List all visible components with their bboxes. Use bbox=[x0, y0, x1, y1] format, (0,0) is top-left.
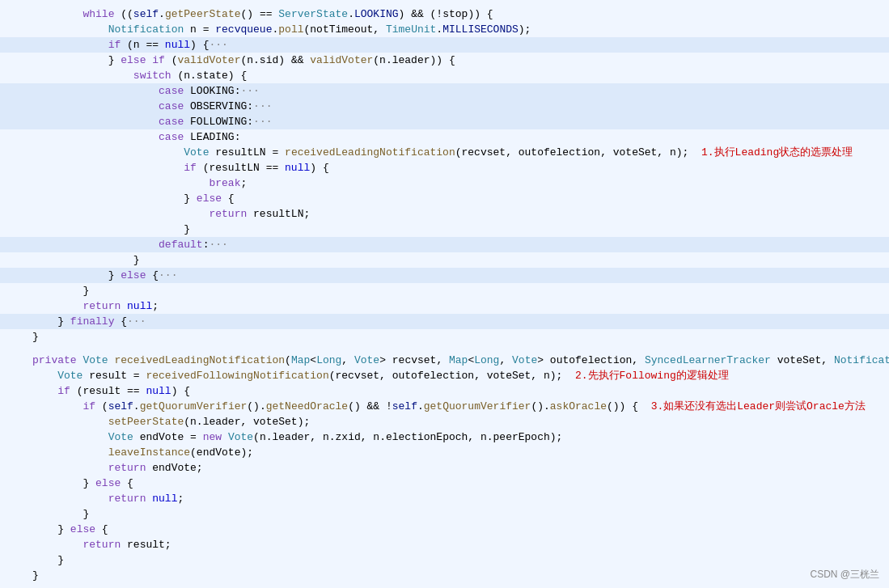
token: ··· bbox=[240, 85, 259, 97]
token: > outofelection, bbox=[537, 354, 645, 366]
token: Vote bbox=[228, 431, 253, 443]
token: Notification bbox=[108, 23, 184, 36]
token: { bbox=[146, 269, 159, 281]
line-content: while ((self.getPeerState() == ServerSta… bbox=[0, 6, 883, 22]
token: endVote = bbox=[133, 431, 203, 443]
table-row: if (self.getQuorumVerifier().getNeedOrac… bbox=[0, 399, 889, 414]
token: FOLLOWING: bbox=[184, 116, 253, 128]
token: return bbox=[83, 300, 121, 312]
token: return bbox=[108, 493, 146, 505]
token: () && ! bbox=[348, 400, 392, 412]
code-container: while ((self.getPeerState() == ServerSta… bbox=[0, 0, 889, 588]
table-row: return endVote; bbox=[0, 460, 889, 476]
table-row: Vote result = receivedFollowingNotificat… bbox=[0, 368, 889, 383]
token: receivedFollowingNotification bbox=[146, 370, 328, 382]
line-content: if (n == null) {··· bbox=[0, 37, 883, 53]
token: (n.leader, voteSet); bbox=[184, 416, 310, 428]
token: ; bbox=[152, 300, 159, 312]
token: ) && (!stop)) { bbox=[399, 8, 493, 20]
line-content: } bbox=[0, 283, 883, 298]
token: > recvset, bbox=[379, 354, 449, 366]
line-content: } else { bbox=[0, 522, 883, 537]
token: ( bbox=[165, 54, 178, 66]
token: OBSERVING: bbox=[184, 100, 253, 112]
line-content: } bbox=[0, 506, 883, 522]
token: new bbox=[203, 431, 222, 443]
line-content: break; bbox=[0, 176, 883, 191]
token: } bbox=[184, 223, 190, 235]
token: if bbox=[83, 400, 95, 412]
line-content: } else {··· bbox=[0, 268, 883, 283]
token: else bbox=[121, 269, 146, 281]
token: break bbox=[209, 177, 240, 189]
table-row: case FOLLOWING:··· bbox=[0, 114, 889, 129]
code-section-1: while ((self.getPeerState() == ServerSta… bbox=[0, 6, 889, 345]
token: Vote bbox=[108, 431, 133, 443]
token: LEADING: bbox=[184, 131, 240, 143]
token: Long bbox=[474, 354, 499, 366]
table-row: } bbox=[0, 283, 889, 298]
line-content: leaveInstance(endVote); bbox=[0, 445, 883, 460]
token: ; bbox=[177, 493, 184, 505]
token: default bbox=[159, 239, 203, 251]
line-content: Vote result = receivedFollowingNotificat… bbox=[0, 368, 883, 383]
token: null bbox=[152, 493, 177, 505]
token bbox=[222, 431, 228, 443]
token: self bbox=[133, 8, 159, 20]
line-content: if (self.getQuorumVerifier().getNeedOrac… bbox=[0, 399, 883, 414]
token: Vote bbox=[57, 370, 83, 382]
table-row: return resultLN; bbox=[0, 206, 889, 222]
token: SyncedLearnerTracker bbox=[645, 354, 771, 366]
token: if bbox=[184, 162, 197, 174]
table-row: break; bbox=[0, 176, 889, 191]
token: else bbox=[95, 477, 121, 489]
token: self bbox=[108, 400, 133, 412]
token: } bbox=[184, 192, 197, 205]
token: getQuorumVerifier bbox=[140, 400, 248, 412]
table-row: } bbox=[0, 222, 889, 237]
line-content: } else if (validVoter(n.sid) && validVot… bbox=[0, 53, 883, 68]
token: (n.leader)) { bbox=[373, 54, 455, 66]
token: (result == bbox=[70, 385, 146, 397]
token: null bbox=[165, 39, 190, 51]
token: ); bbox=[519, 23, 531, 36]
token: Long bbox=[316, 354, 341, 366]
token: ServerState bbox=[278, 8, 348, 20]
line-content: return null; bbox=[0, 491, 883, 506]
token: validVoter bbox=[310, 54, 373, 66]
token: case bbox=[159, 100, 184, 112]
table-row: } bbox=[0, 506, 889, 522]
table-row: } else if (validVoter(n.sid) && validVot… bbox=[0, 53, 889, 68]
token: { bbox=[222, 192, 235, 205]
token: validVoter bbox=[177, 54, 240, 66]
watermark: CSDN @三桄兰 bbox=[810, 568, 879, 582]
table-row: if (resultLN == null) { bbox=[0, 160, 889, 176]
line-content: return resultLN; bbox=[0, 206, 883, 222]
table-row: } bbox=[0, 568, 889, 583]
token: { bbox=[95, 523, 108, 535]
token: < bbox=[310, 354, 316, 366]
line-content: } bbox=[0, 222, 883, 237]
line-content: Notification n = recvqueue.poll(notTimeo… bbox=[0, 22, 883, 37]
token: null bbox=[285, 162, 310, 174]
line-content: case OBSERVING:··· bbox=[0, 99, 883, 114]
table-row: case OBSERVING:··· bbox=[0, 99, 889, 114]
token: null bbox=[127, 300, 152, 312]
token: askOracle bbox=[550, 400, 607, 412]
table-row: if (n == null) {··· bbox=[0, 37, 889, 53]
table-row: } else { bbox=[0, 191, 889, 206]
token: leaveInstance bbox=[108, 446, 190, 459]
line-content: Vote resultLN = receivedLeadingNotificat… bbox=[0, 145, 883, 160]
token: } bbox=[83, 477, 95, 489]
line-content: switch (n.state) { bbox=[0, 68, 883, 83]
token: } bbox=[83, 508, 89, 520]
line-content: } else { bbox=[0, 476, 883, 491]
table-row: } else { bbox=[0, 522, 889, 537]
line-content: if (resultLN == null) { bbox=[0, 160, 883, 176]
table-row: if (result == null) { bbox=[0, 383, 889, 399]
token: (recvset, outofelection, voteSet, n); bbox=[329, 370, 563, 382]
token: getNeedOracle bbox=[266, 400, 348, 412]
token: MILLISECONDS bbox=[442, 23, 519, 36]
token: getPeerState bbox=[165, 8, 241, 20]
token: getQuorumVerifier bbox=[424, 400, 531, 412]
